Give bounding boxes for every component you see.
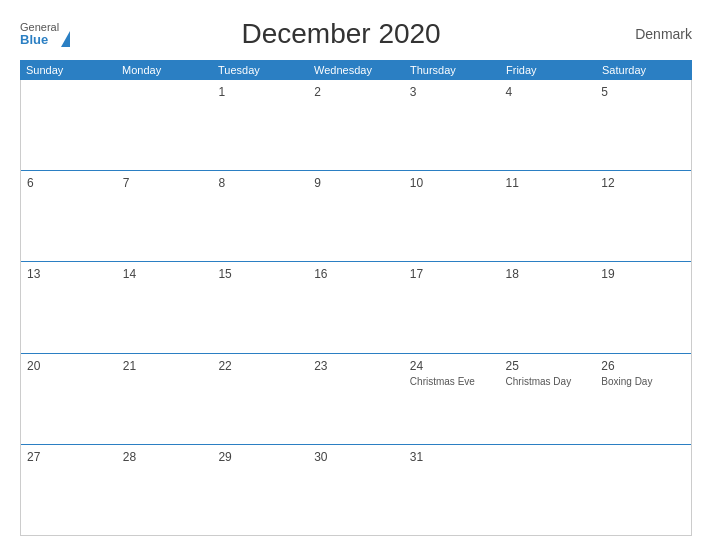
table-row: 11 xyxy=(500,171,596,261)
logo-blue: Blue xyxy=(20,33,59,47)
header: General Blue December 2020 Denmark xyxy=(20,18,692,50)
table-row: 7 xyxy=(117,171,213,261)
table-row xyxy=(21,80,117,170)
week-3: 13 14 15 16 17 18 19 xyxy=(21,262,691,353)
table-row: 30 xyxy=(308,445,404,535)
week-4: 20 21 22 23 24 Christmas Eve 25 Christma… xyxy=(21,354,691,445)
table-row: 3 xyxy=(404,80,500,170)
table-row: 15 xyxy=(212,262,308,352)
calendar-header: Sunday Monday Tuesday Wednesday Thursday… xyxy=(20,60,692,80)
table-row: 8 xyxy=(212,171,308,261)
logo: General Blue xyxy=(20,21,70,47)
calendar-page: General Blue December 2020 Denmark Sunda… xyxy=(0,0,712,550)
header-tuesday: Tuesday xyxy=(212,60,308,80)
week-5: 27 28 29 30 31 xyxy=(21,445,691,535)
table-row: 18 xyxy=(500,262,596,352)
event-christmas-eve: Christmas Eve xyxy=(410,375,494,388)
logo-triangle-icon xyxy=(61,31,70,47)
table-row: 14 xyxy=(117,262,213,352)
table-row: 17 xyxy=(404,262,500,352)
table-row: 4 xyxy=(500,80,596,170)
table-row: 13 xyxy=(21,262,117,352)
table-row: 26 Boxing Day xyxy=(595,354,691,444)
table-row: 23 xyxy=(308,354,404,444)
table-row: 21 xyxy=(117,354,213,444)
table-row: 20 xyxy=(21,354,117,444)
table-row: 22 xyxy=(212,354,308,444)
table-row: 27 xyxy=(21,445,117,535)
header-saturday: Saturday xyxy=(596,60,692,80)
table-row: 24 Christmas Eve xyxy=(404,354,500,444)
table-row: 19 xyxy=(595,262,691,352)
page-title: December 2020 xyxy=(241,18,440,50)
table-row: 28 xyxy=(117,445,213,535)
table-row xyxy=(500,445,596,535)
week-2: 6 7 8 9 10 11 12 xyxy=(21,171,691,262)
table-row xyxy=(595,445,691,535)
table-row: 25 Christmas Day xyxy=(500,354,596,444)
table-row: 29 xyxy=(212,445,308,535)
table-row: 6 xyxy=(21,171,117,261)
event-christmas-day: Christmas Day xyxy=(506,375,590,388)
event-boxing-day: Boxing Day xyxy=(601,375,685,388)
logo-text: General Blue xyxy=(20,21,59,47)
table-row: 5 xyxy=(595,80,691,170)
header-friday: Friday xyxy=(500,60,596,80)
table-row: 9 xyxy=(308,171,404,261)
header-thursday: Thursday xyxy=(404,60,500,80)
table-row: 16 xyxy=(308,262,404,352)
table-row: 31 xyxy=(404,445,500,535)
table-row xyxy=(117,80,213,170)
table-row: 2 xyxy=(308,80,404,170)
header-monday: Monday xyxy=(116,60,212,80)
table-row: 12 xyxy=(595,171,691,261)
header-sunday: Sunday xyxy=(20,60,116,80)
calendar-body: 1 2 3 4 5 6 7 8 9 10 11 12 13 14 15 16 xyxy=(20,80,692,536)
header-wednesday: Wednesday xyxy=(308,60,404,80)
table-row: 1 xyxy=(212,80,308,170)
calendar: Sunday Monday Tuesday Wednesday Thursday… xyxy=(20,60,692,536)
country-label: Denmark xyxy=(612,26,692,42)
table-row: 10 xyxy=(404,171,500,261)
week-1: 1 2 3 4 5 xyxy=(21,80,691,171)
